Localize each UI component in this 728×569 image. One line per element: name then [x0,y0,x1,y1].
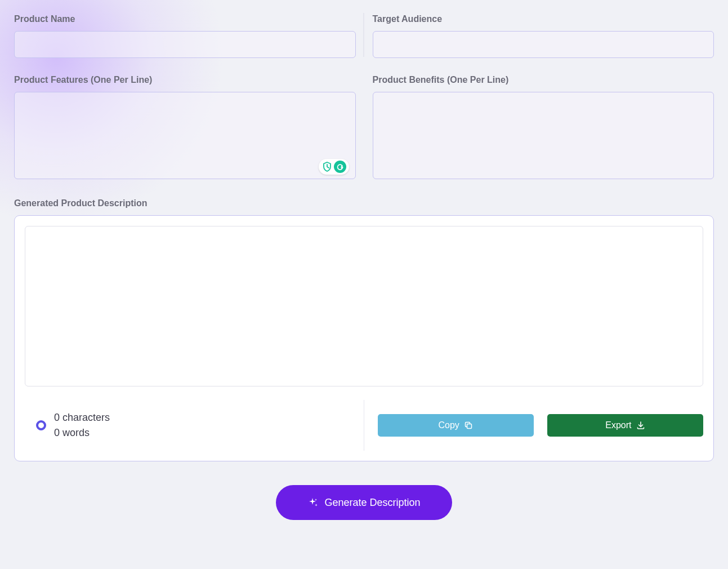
product-benefits-label: Product Benefits (One Per Line) [373,75,714,85]
sparkle-icon [307,497,319,508]
form-container: Product Name Target Audience Product Fea… [0,0,728,534]
target-audience-label: Target Audience [373,14,714,24]
target-audience-input[interactable] [373,31,714,58]
generated-description-textarea[interactable] [25,226,703,386]
word-count: 0 words [54,425,110,441]
target-audience-group: Target Audience [373,14,714,58]
copy-icon [464,421,473,430]
copy-button[interactable]: Copy [378,414,534,437]
product-benefits-textarea[interactable] [373,92,714,179]
progress-circle-icon [36,420,46,430]
stats-text: 0 characters 0 words [54,410,110,441]
product-name-group: Product Name [14,14,356,58]
output-panel: 0 characters 0 words Copy Export [14,215,714,461]
shield-icon [321,161,333,172]
export-button[interactable]: Export [547,414,703,437]
download-icon [636,421,645,430]
product-features-group: Product Features (One Per Line) [14,75,356,181]
grammarly-badge[interactable] [319,159,349,175]
action-buttons: Copy Export [364,414,704,437]
product-name-input[interactable] [14,31,356,58]
stats-section: 0 characters 0 words [25,400,364,451]
generate-button-label: Generate Description [324,497,420,509]
product-benefits-group: Product Benefits (One Per Line) [373,75,714,181]
generate-description-button[interactable]: Generate Description [276,485,452,520]
product-features-textarea[interactable] [14,92,356,179]
char-count: 0 characters [54,410,110,425]
output-controls: 0 characters 0 words Copy Export [25,400,703,451]
svg-rect-0 [467,424,471,429]
export-button-label: Export [605,420,631,430]
grammarly-icon [334,161,346,173]
copy-button-label: Copy [438,420,459,430]
product-features-label: Product Features (One Per Line) [14,75,356,85]
output-label: Generated Product Description [14,198,714,208]
generate-wrapper: Generate Description [14,485,714,520]
product-name-label: Product Name [14,14,356,24]
